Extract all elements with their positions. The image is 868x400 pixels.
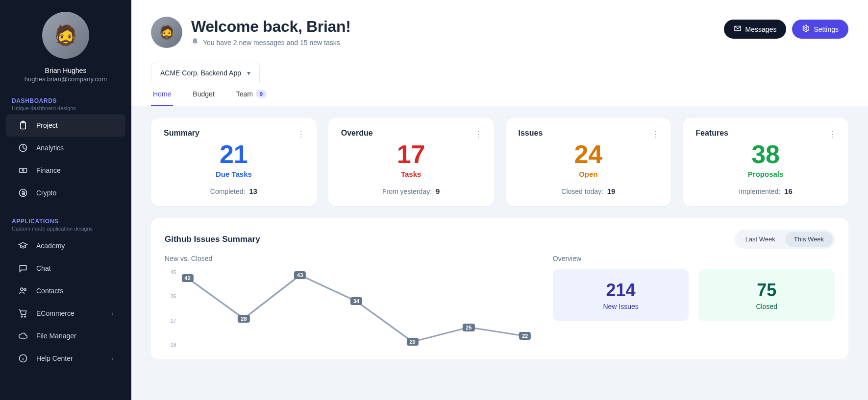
- overview-card: 214New Issues: [553, 269, 689, 321]
- range-option-last-week[interactable]: Last Week: [737, 232, 784, 247]
- sidebar-item-project[interactable]: Project: [6, 114, 125, 137]
- cash-icon: [18, 165, 28, 176]
- academic-cap-icon: [18, 240, 28, 251]
- svg-point-7: [24, 288, 26, 290]
- project-selector-label: ACME Corp. Backend App: [160, 69, 241, 77]
- stat-card: Summary⋮21Due TasksCompleted: 13: [151, 118, 317, 206]
- sidebar-item-label: Crypto: [36, 189, 56, 197]
- new-vs-closed-chart: 45362718 42284334202522: [165, 269, 531, 348]
- card-footer: Closed today: 19: [519, 187, 659, 195]
- more-button[interactable]: ⋮: [293, 128, 309, 141]
- more-button[interactable]: ⋮: [471, 128, 486, 141]
- user-name: Brian Hughes: [45, 67, 87, 74]
- tabs: Home Budget Team 9: [131, 83, 868, 106]
- messages-button[interactable]: Messages: [724, 20, 787, 39]
- sidebar-item-crypto[interactable]: Crypto: [6, 182, 125, 204]
- sidebar-item-finance[interactable]: Finance: [6, 159, 125, 182]
- sidebar-group-applications: APPLICATIONS Custom made application des…: [0, 213, 131, 235]
- sidebar-group-dashboards: DASHBOARDS Unique dashboard designs: [0, 93, 131, 114]
- stat-value: 24: [519, 141, 659, 167]
- data-point-label: 22: [519, 332, 531, 340]
- tab-home[interactable]: Home: [151, 83, 173, 106]
- chart-pie-icon: [18, 142, 28, 153]
- stat-value: 38: [695, 141, 836, 167]
- tab-label: Team: [236, 90, 253, 98]
- tab-label: Budget: [193, 90, 214, 98]
- header: 🧔 Welcome back, Brian! You have 2 new me…: [131, 0, 868, 83]
- svg-point-11: [805, 27, 807, 29]
- stat-value: 17: [341, 141, 481, 167]
- page-title: Welcome back, Brian!: [191, 18, 351, 36]
- sidebar-item-label: Analytics: [36, 144, 64, 152]
- sidebar-item-label: File Manager: [36, 332, 76, 340]
- overview-subtitle: Overview: [553, 255, 835, 262]
- data-point-label: 42: [182, 274, 194, 282]
- chart-subtitle: New vs. Closed: [165, 255, 531, 262]
- more-button[interactable]: ⋮: [647, 128, 663, 141]
- gear-icon: [802, 24, 810, 34]
- svg-point-4: [22, 169, 24, 171]
- users-icon: [18, 285, 28, 296]
- sidebar-group-subtitle: Unique dashboard designs: [12, 105, 120, 111]
- data-point-label: 43: [294, 271, 306, 279]
- content: Summary⋮21Due TasksCompleted: 13Overdue⋮…: [131, 106, 868, 400]
- stat-label: Proposals: [695, 170, 836, 178]
- data-point-label: 34: [350, 297, 362, 305]
- card-footer: From yesterday: 9: [341, 187, 481, 195]
- bell-icon: [191, 38, 199, 47]
- github-card-title: Github Issues Summary: [165, 235, 260, 244]
- range-toggle: Last Week This Week: [735, 230, 835, 249]
- avatar: 🧔: [42, 12, 89, 59]
- tab-label: Home: [153, 90, 171, 98]
- data-point-label: 20: [406, 338, 418, 346]
- sidebar-item-contacts[interactable]: Contacts: [6, 280, 125, 302]
- sidebar-item-label: Chat: [36, 264, 51, 272]
- stat-card: Features⋮38ProposalsImplemented: 16: [683, 118, 848, 206]
- sidebar-item-label: Academy: [36, 242, 65, 250]
- card-title: Summary: [164, 129, 304, 138]
- button-label: Settings: [814, 25, 839, 33]
- chat-icon: [18, 263, 28, 274]
- info-icon: [18, 353, 28, 364]
- stat-card: Overdue⋮17TasksFrom yesterday: 9: [328, 118, 494, 206]
- sidebar-item-academy[interactable]: Academy: [6, 235, 125, 257]
- mail-icon: [734, 24, 742, 34]
- avatar: 🧔: [151, 17, 182, 48]
- sidebar-item-label: Project: [36, 121, 58, 129]
- y-tick: 18: [165, 342, 176, 348]
- cart-icon: [18, 308, 28, 319]
- sidebar-item-label: Finance: [36, 166, 61, 174]
- sidebar-item-help-center[interactable]: Help Center ›: [6, 347, 125, 370]
- sidebar-item-chat[interactable]: Chat: [6, 257, 125, 280]
- settings-button[interactable]: Settings: [792, 20, 848, 39]
- overview-label: Closed: [703, 303, 830, 310]
- range-option-this-week[interactable]: This Week: [785, 232, 833, 247]
- data-point-label: 28: [238, 315, 249, 323]
- overview-card: 75Closed: [698, 269, 835, 321]
- sidebar-item-label: Help Center: [36, 354, 73, 362]
- tab-budget[interactable]: Budget: [191, 83, 216, 106]
- card-footer: Completed: 13: [164, 187, 304, 195]
- more-button[interactable]: ⋮: [825, 128, 841, 141]
- cloud-icon: [18, 330, 28, 341]
- project-selector[interactable]: ACME Corp. Backend App ▾: [151, 63, 260, 83]
- sidebar-item-analytics[interactable]: Analytics: [6, 137, 125, 159]
- sidebar: 🧔 Brian Hughes hughes.brian@company.com …: [0, 0, 131, 400]
- svg-point-6: [21, 288, 23, 290]
- svg-point-8: [21, 316, 23, 317]
- data-point-label: 25: [463, 324, 474, 331]
- sidebar-item-file-manager[interactable]: File Manager: [6, 325, 125, 347]
- svg-point-9: [25, 316, 26, 317]
- tab-badge: 9: [256, 90, 267, 98]
- button-label: Messages: [745, 25, 777, 33]
- sidebar-group-subtitle: Custom made application designs: [12, 226, 120, 232]
- tab-team[interactable]: Team 9: [234, 83, 269, 106]
- sidebar-profile: 🧔 Brian Hughes hughes.brian@company.com: [0, 12, 131, 93]
- header-subtitle: You have 2 new messages and 15 new tasks: [203, 39, 340, 47]
- card-title: Overdue: [341, 129, 481, 138]
- svg-rect-3: [20, 168, 27, 172]
- y-tick: 45: [165, 269, 176, 275]
- y-tick: 36: [165, 293, 176, 299]
- sidebar-item-ecommerce[interactable]: ECommerce ›: [6, 302, 125, 325]
- currency-icon: [18, 188, 28, 198]
